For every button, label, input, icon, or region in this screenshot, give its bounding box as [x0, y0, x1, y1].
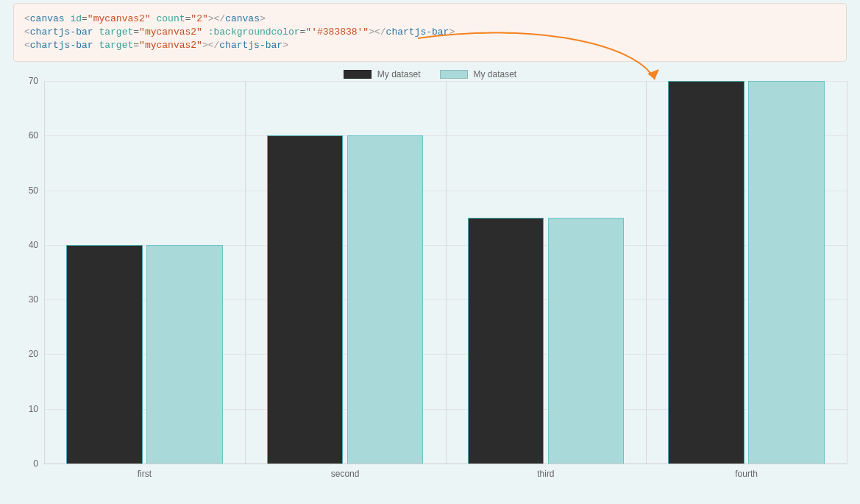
code-val: "mycanvas2": [88, 13, 151, 24]
bar: [668, 81, 744, 464]
bar: [347, 135, 424, 464]
bar: [748, 81, 825, 464]
legend-label: My dataset: [377, 69, 421, 79]
x-tick-label: second: [245, 464, 446, 479]
code-tag: chartjs-bar: [386, 26, 449, 38]
gridline-h: [44, 464, 847, 464]
code-attr: :backgroundcolor: [208, 26, 300, 38]
code-block: <canvas id="mycanvas2" count="2"></canva…: [13, 3, 847, 62]
gridline-v: [446, 81, 447, 464]
y-tick-label: 60: [29, 130, 38, 141]
gridline-v: [847, 81, 847, 464]
chart-x-axis: firstsecondthirdfourth: [44, 464, 847, 479]
y-tick-label: 50: [29, 185, 38, 196]
chart-legend: My dataset My dataset: [13, 69, 847, 79]
code-attr: target: [99, 40, 133, 51]
code-tag: canvas: [225, 13, 260, 24]
chart-y-axis: 010203040506070: [13, 81, 44, 464]
bar: [267, 135, 344, 464]
y-tick-label: 70: [29, 76, 38, 86]
code-tag: chartjs-bar: [219, 40, 282, 51]
y-tick-label: 10: [29, 404, 38, 414]
code-attr: target: [99, 26, 133, 38]
legend-label: My dataset: [474, 69, 517, 79]
code-val: "mycanvas2": [139, 26, 202, 38]
bar: [548, 218, 625, 464]
gridline-v: [245, 81, 246, 464]
bar: [146, 245, 223, 464]
code-val: "'#383838'": [305, 26, 369, 38]
x-tick-label: first: [44, 464, 245, 479]
gridline-v: [44, 81, 45, 464]
code-tag: chartjs-bar: [30, 40, 93, 51]
x-tick-label: third: [446, 464, 647, 479]
code-tag: canvas: [30, 13, 65, 24]
y-tick-label: 40: [29, 240, 38, 250]
gridline-v: [646, 81, 647, 464]
legend-swatch: [440, 70, 468, 79]
code-tag: chartjs-bar: [30, 26, 93, 38]
y-tick-label: 20: [29, 349, 38, 359]
y-tick-label: 0: [33, 458, 38, 469]
code-val: "mycanvas2": [139, 40, 202, 51]
code-attr: id: [70, 13, 82, 24]
legend-item: My dataset: [344, 69, 421, 79]
legend-item: My dataset: [440, 69, 517, 79]
bar: [66, 245, 143, 464]
chart-plot: [44, 81, 847, 464]
bar: [468, 218, 544, 464]
code-attr: count: [157, 13, 185, 24]
code-val: "2": [191, 13, 207, 24]
x-tick-label: fourth: [646, 464, 847, 479]
legend-swatch: [344, 70, 372, 79]
chart: My dataset My dataset 010203040506070 fi…: [13, 69, 847, 479]
y-tick-label: 30: [29, 294, 38, 305]
